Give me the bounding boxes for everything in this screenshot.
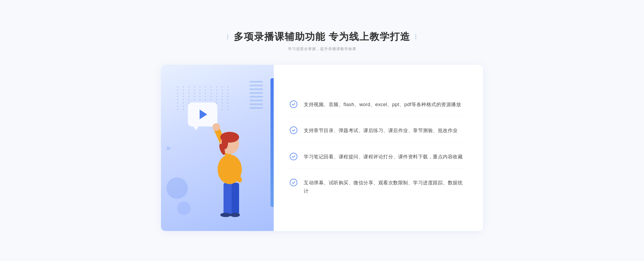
main-content: »: [161, 65, 483, 231]
feature-text-1: 支持视频、音频、flash、word、excel、ppt、pdf等各种格式的资源…: [304, 100, 461, 109]
svg-point-11: [230, 213, 240, 217]
feature-text-3: 学习笔记回看、课程提问、课程评论打分、课件资料下载，重点内容收藏: [304, 153, 463, 161]
feature-text-2: 支持章节目录、弹题考试、课后练习、课后作业、章节测验、批改作业: [304, 126, 458, 135]
feature-text-4: 互动弹幕、试听购买、微信分享、观看次数限制、学习进度跟踪、数据统计: [304, 179, 467, 195]
check-icon-4: [290, 179, 297, 186]
svg-line-12: [209, 117, 211, 121]
svg-rect-1: [232, 183, 239, 215]
svg-point-5: [213, 123, 220, 131]
circle-decoration-small: [177, 202, 191, 215]
header-section: 多项录播课辅助功能 专为线上教学打造 学习进度全掌握，提升录播课教学效果: [161, 30, 483, 51]
page-title: 多项录播课辅助功能 专为线上教学打造: [226, 30, 418, 43]
person-illustration: [198, 102, 262, 231]
illustration-panel: »: [161, 65, 274, 231]
check-icon-1: [290, 100, 297, 108]
svg-rect-0: [224, 183, 232, 215]
svg-point-10: [220, 213, 231, 217]
svg-line-13: [212, 114, 214, 119]
feature-item-4: 互动弹幕、试听购买、微信分享、观看次数限制、学习进度跟踪、数据统计: [290, 171, 467, 203]
feature-item-3: 学习笔记回看、课程提问、课程评论打分、课件资料下载，重点内容收藏: [290, 145, 467, 169]
svg-line-14: [215, 113, 216, 118]
arrow-decoration: »: [166, 144, 171, 152]
check-icon-3: [290, 153, 297, 160]
feature-item-1: 支持视频、音频、flash、word、excel、ppt、pdf等各种格式的资源…: [290, 93, 467, 117]
check-icon-2: [290, 126, 297, 134]
features-panel: 支持视频、音频、flash、word、excel、ppt、pdf等各种格式的资源…: [274, 65, 483, 231]
vertical-accent-bar: [270, 78, 274, 207]
feature-item-2: 支持章节目录、弹题考试、课后练习、课后作业、章节测验、批改作业: [290, 119, 467, 143]
page-subtitle: 学习进度全掌握，提升录播课教学效果: [161, 47, 483, 51]
page-wrapper: 多项录播课辅助功能 专为线上教学打造 学习进度全掌握，提升录播课教学效果 »: [161, 30, 483, 231]
circle-decoration-large: [166, 177, 188, 199]
